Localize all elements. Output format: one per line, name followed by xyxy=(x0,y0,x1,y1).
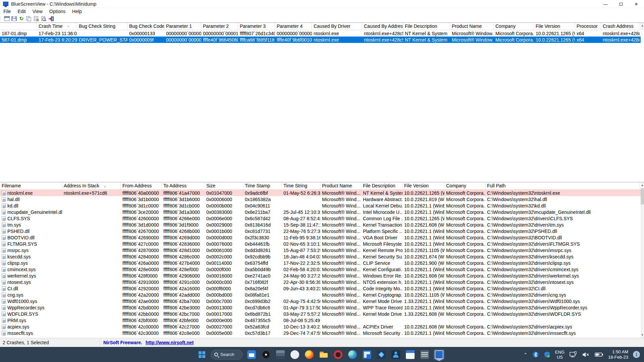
notification-count-badge[interactable]: 1 xyxy=(633,351,640,358)
taskbar-bluescreenview-icon-active[interactable] xyxy=(433,349,445,360)
scroll-thumb[interactable] xyxy=(641,188,644,204)
menu-view[interactable]: View xyxy=(29,8,46,15)
column-header-company[interactable]: Company xyxy=(444,182,485,190)
driver-row[interactable]: FLTMGR.SYSfffff806`427c0000fffff806`4283… xyxy=(0,241,641,247)
driver-row[interactable]: ntosext.sysfffff806`42910000fffff806`429… xyxy=(0,279,641,285)
driver-row[interactable]: CI.dllfffff806`42920000fffff806`42a16000… xyxy=(0,285,641,292)
tray-show-hidden-icons-chevron[interactable]: ⌃ xyxy=(524,352,528,357)
tray-volume-muted-icon[interactable] xyxy=(582,351,590,358)
driver-row[interactable]: BOOTVID.dllfffff806`42690000fffff806`426… xyxy=(0,234,641,241)
driver-row[interactable]: acpiex.sysfffff806`42c00000fffff806`42c2… xyxy=(0,323,641,330)
column-header-address-in-stack[interactable]: Address In Stack▵ xyxy=(62,182,121,190)
column-header-parameter-2[interactable]: Parameter 2 xyxy=(201,23,238,30)
driver-row[interactable]: werkernel.sysfffff806`428f0000fffff806`4… xyxy=(0,273,641,279)
column-header-to-address[interactable]: To Address xyxy=(162,182,205,190)
tray-language-indicator[interactable]: ENG US xyxy=(555,350,565,360)
refresh-button[interactable]: ↻ xyxy=(18,15,25,22)
nirsoft-link[interactable]: http://www.nirsoft.net xyxy=(146,340,194,345)
column-header-crash-address[interactable]: Crash Address xyxy=(601,23,640,30)
start-button[interactable] xyxy=(196,349,208,360)
taskbar-photos-icon[interactable] xyxy=(376,349,387,360)
taskbar-firefox-icon[interactable] xyxy=(304,349,315,360)
column-header-bug-check-code[interactable]: Bug Check Code xyxy=(127,23,164,30)
driver-row[interactable]: msrpc.sysfffff806`42870000fffff806`428d1… xyxy=(0,247,641,253)
driver-row[interactable]: ksecdd.sysfffff806`42840000fffff806`4286… xyxy=(0,253,641,260)
driver-row[interactable]: WppRecorder.sysfffff806`42bd0000fffff806… xyxy=(0,304,641,311)
lower-scrollbar[interactable]: ▲ ▼ xyxy=(641,182,644,338)
scroll-up-arrow[interactable]: ▲ xyxy=(641,182,644,188)
upper-scrollbar[interactable]: ▲ xyxy=(641,23,644,30)
menu-file[interactable]: File xyxy=(0,8,14,15)
search-box[interactable]: Search xyxy=(211,350,243,360)
column-header-parameter-4[interactable]: Parameter 4 xyxy=(275,23,312,30)
driver-row[interactable]: clipsp.sysfffff806`426a0000fffff806`427b… xyxy=(0,260,641,266)
column-header-processor[interactable]: Processor xyxy=(575,23,601,30)
close-button[interactable]: ✕ xyxy=(629,0,644,8)
driver-row[interactable]: cmimcext.sysfffff806`428e0000fffff806`42… xyxy=(0,266,641,273)
driver-row[interactable]: Wdf01000.sysfffff806`42ae0000fffff806`42… xyxy=(0,298,641,304)
column-header-from-address[interactable]: From Address xyxy=(121,182,162,190)
column-header-file-version[interactable]: File Version xyxy=(534,23,575,30)
taskbar-microsoft-store-icon[interactable] xyxy=(246,349,257,360)
driver-row[interactable]: mssecflt.sysfffff806`42c30000fffff806`42… xyxy=(0,330,641,336)
column-header-size[interactable]: Size xyxy=(205,182,243,190)
column-header-parameter-1[interactable]: Parameter 1 xyxy=(164,23,201,30)
taskbar-keyboard-icon[interactable] xyxy=(419,349,430,360)
driver-row[interactable]: cng.sysfffff806`42a20000fffff806`42add00… xyxy=(0,292,641,298)
column-header-filename[interactable]: Filename xyxy=(0,182,62,190)
find-button[interactable] xyxy=(40,15,47,22)
column-header-file-description[interactable]: File Description xyxy=(403,23,450,30)
scroll-down-arrow[interactable]: ▼ xyxy=(641,332,644,338)
taskbar-office-icon[interactable] xyxy=(361,349,373,360)
column-header-product-name[interactable]: Product Name xyxy=(320,182,361,190)
taskbar-people-icon[interactable] xyxy=(390,349,401,360)
column-header-caused-by-driver[interactable]: Caused By Driver xyxy=(312,23,362,30)
column-header-caused-by-address[interactable]: Caused By Address xyxy=(362,23,403,30)
column-header-col[interactable] xyxy=(0,23,37,30)
menu-options[interactable]: Options xyxy=(46,8,69,15)
driver-row[interactable]: kd.dllfffff806`3d1c0000fffff806`3d1cb000… xyxy=(0,202,641,209)
taskbar-calendar-icon[interactable] xyxy=(405,349,416,360)
driver-row[interactable]: WDFLDR.SYSfffff806`42bb0000fffff806`42bc… xyxy=(0,311,641,317)
crash-row[interactable]: 587-01.dmp17-Feb-23 8:20:29 ...DRIVER_PO… xyxy=(0,37,641,43)
advanced-options-button[interactable] xyxy=(3,15,10,22)
minimize-button[interactable]: — xyxy=(598,0,613,8)
save-button[interactable] xyxy=(10,15,18,22)
taskbar-edge-icon[interactable] xyxy=(347,349,358,360)
tray-battery-icon[interactable] xyxy=(595,351,603,358)
maximize-button[interactable] xyxy=(613,0,629,8)
column-header-file-description[interactable]: File Description xyxy=(361,182,402,190)
tray-bluetooth-icon[interactable] xyxy=(532,351,539,358)
driver-row[interactable]: mcupdate_GenuineIntel.dllfffff806`3ce200… xyxy=(0,209,641,215)
column-header-time-stamp[interactable]: Time Stamp xyxy=(243,182,282,190)
column-header-time-string[interactable]: Time String xyxy=(282,182,320,190)
menu-help[interactable]: Help xyxy=(69,8,85,15)
taskbar-file-explorer-icon[interactable] xyxy=(318,349,329,360)
taskbar-layers-app-icon[interactable] xyxy=(275,349,286,360)
taskbar-clock-app-icon[interactable] xyxy=(260,349,272,360)
column-header-bug-check-string[interactable]: Bug Check String xyxy=(77,23,127,30)
taskbar-opera-icon[interactable] xyxy=(332,349,344,360)
menu-edit[interactable]: Edit xyxy=(14,8,29,15)
column-header-file-version[interactable]: File Version xyxy=(402,182,444,190)
column-header-parameter-3[interactable]: Parameter 3 xyxy=(238,23,275,30)
scroll-up-arrow[interactable]: ▲ xyxy=(641,23,644,28)
column-header-crash-time[interactable]: Crash Time▿ xyxy=(37,23,77,30)
driver-row[interactable]: PSHED.dllfffff806`42670000fffff806`4268b… xyxy=(0,228,641,234)
column-header-company[interactable]: Company xyxy=(494,23,534,30)
column-header-full-path[interactable]: Full Path xyxy=(485,182,640,190)
tray-clock[interactable]: 1:50 AM 18-Feb-23 xyxy=(608,349,628,360)
copy-button[interactable] xyxy=(25,15,33,22)
tray-hardware-icon[interactable] xyxy=(569,351,577,358)
crash-row[interactable]: 187-01.dmp17-Feb-23 11:36:09...0x0000013… xyxy=(0,30,641,37)
column-header-product-name[interactable]: Product Name xyxy=(450,23,494,30)
properties-button[interactable] xyxy=(33,15,40,22)
driver-row[interactable]: hal.dllfffff806`3d1b0000fffff806`3d1b600… xyxy=(0,196,641,202)
taskbar-round-app-icon[interactable] xyxy=(289,349,301,360)
driver-row[interactable]: CLFS.SYSfffff806`42600000fffff806`4266e0… xyxy=(0,215,641,222)
driver-row[interactable]: PRM.sysfffff806`42bf0000fffff806`42bfe00… xyxy=(0,317,641,323)
tray-security-shield-icon[interactable] xyxy=(544,351,550,358)
driver-row[interactable]: tm.sysfffff806`3d1d0000fffff806`3d1f9000… xyxy=(0,222,641,228)
driver-row[interactable]: ntoskrnl.exentoskrnl.exe+571cd6fffff806`… xyxy=(0,190,641,196)
exit-button[interactable] xyxy=(47,15,55,22)
